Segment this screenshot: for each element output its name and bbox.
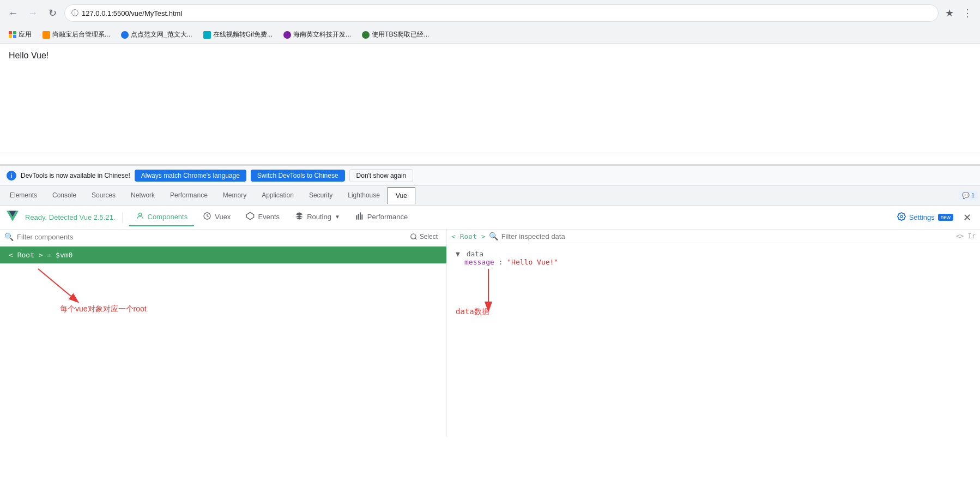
- page-area: Hello Vue!: [0, 44, 980, 164]
- select-icon: [410, 233, 418, 240]
- svg-point-2: [138, 213, 141, 216]
- annotation-area-right: data数据: [456, 266, 971, 332]
- svg-rect-7: [360, 212, 361, 219]
- right-annotation-text: data数据: [456, 307, 489, 317]
- bookmark-4[interactable]: 海南英立科技开发...: [279, 29, 355, 40]
- settings-icon: [897, 212, 906, 223]
- page-title: Hello Vue!: [9, 51, 49, 60]
- svg-rect-6: [358, 214, 359, 220]
- svg-line-11: [415, 238, 416, 240]
- bookmarks-bar: 应用 尚融宝后台管理系... 点点范文网_范文大... 在线视频转Gif免费..…: [0, 26, 980, 44]
- root-component-item[interactable]: < Root > = $vm0: [0, 246, 446, 263]
- component-search-bar: 🔍 Select: [0, 230, 446, 244]
- switch-chinese-button[interactable]: Switch DevTools to Chinese: [251, 170, 345, 182]
- nav-routing-label: Routing: [307, 213, 331, 221]
- property-colon: :: [499, 258, 507, 266]
- bookmark-apps-label: 应用: [19, 30, 32, 39]
- back-button[interactable]: ←: [5, 5, 21, 21]
- performance-icon: [355, 212, 364, 222]
- vue-ready-text: Ready. Detected Vue 2.5.21.: [25, 213, 116, 221]
- bookmark-label-1: 尚融宝后台管理系...: [52, 30, 110, 39]
- nav-performance[interactable]: Performance: [349, 208, 414, 226]
- nav-events-label: Events: [258, 213, 280, 221]
- chat-badge: 💬 1: [959, 191, 978, 200]
- security-icon: ⓘ: [71, 8, 78, 18]
- routing-icon: [295, 212, 304, 222]
- bookmark-apps[interactable]: 应用: [4, 29, 36, 40]
- right-search-input[interactable]: [501, 232, 953, 240]
- bookmark-5[interactable]: 使用TBS爬取已经...: [358, 29, 433, 40]
- tab-network[interactable]: Network: [123, 187, 162, 205]
- bookmark-icon-3: [203, 31, 211, 39]
- property-key: message: [464, 258, 494, 266]
- tab-security[interactable]: Security: [301, 187, 340, 205]
- tab-memory[interactable]: Memory: [215, 187, 254, 205]
- vue-right-panel: < Root > 🔍 <> Ir ▼ data message : "Hello…: [447, 230, 980, 437]
- data-key: data: [467, 250, 483, 258]
- bookmark-label-3: 在线视频转Gif免费...: [213, 30, 273, 39]
- components-icon: [136, 212, 144, 222]
- vuex-icon: [203, 212, 211, 222]
- nav-vuex-label: Vuex: [215, 213, 231, 221]
- devtools-container: i DevTools is now available in Chinese! …: [0, 164, 980, 437]
- events-icon: [246, 212, 255, 222]
- vue-logo: [7, 210, 19, 225]
- bookmark-1[interactable]: 尚融宝后台管理系...: [38, 29, 114, 40]
- routing-dropdown-icon: ▼: [335, 214, 340, 220]
- nav-components[interactable]: Components: [129, 208, 195, 226]
- code-icon: <> Ir: [956, 232, 976, 240]
- close-devtools-button[interactable]: ✕: [961, 209, 973, 226]
- apps-icon: [9, 31, 16, 39]
- select-button[interactable]: Select: [406, 232, 442, 242]
- property-value: "Hello Vue!": [507, 258, 558, 266]
- nav-events[interactable]: Events: [239, 208, 286, 226]
- bookmark-button[interactable]: ★: [943, 5, 956, 21]
- toolbar-separator: [122, 212, 123, 223]
- info-icon: i: [7, 171, 16, 181]
- tab-elements[interactable]: Elements: [2, 187, 45, 205]
- tab-lighthouse[interactable]: Lighthouse: [340, 187, 388, 205]
- bookmark-icon-1: [43, 31, 50, 39]
- devtools-tabs: Elements Console Sources Network Perform…: [0, 186, 980, 206]
- svg-point-9: [900, 215, 903, 218]
- annotation-area-left: 每个vue对象对应一个root: [0, 263, 446, 329]
- bookmark-3[interactable]: 在线视频转Gif免费...: [199, 29, 277, 40]
- bookmark-icon-4: [283, 31, 291, 39]
- search-input[interactable]: [17, 233, 402, 241]
- devtools-notification: i DevTools is now available in Chinese! …: [0, 165, 980, 186]
- data-section: ▼ data: [456, 250, 971, 258]
- bookmark-label-2: 点点范文网_范文大...: [131, 30, 192, 39]
- left-annotation-text: 每个vue对象对应一个root: [60, 304, 147, 314]
- settings-label: Settings: [909, 213, 935, 221]
- menu-button[interactable]: ⋮: [960, 5, 975, 21]
- right-panel-header: < Root > 🔍 <> Ir: [447, 230, 980, 243]
- tab-sources[interactable]: Sources: [84, 187, 123, 205]
- url-display: 127.0.0.1:5500/vue/MyTest.html: [82, 9, 931, 17]
- vue-left-panel: 🔍 Select < Root > = $vm0: [0, 230, 447, 437]
- svg-point-10: [410, 234, 415, 239]
- expand-triangle[interactable]: ▼: [456, 250, 460, 258]
- nav-routing[interactable]: Routing ▼: [288, 208, 347, 226]
- settings-badge: new: [938, 214, 953, 221]
- reload-button[interactable]: ↻: [45, 5, 60, 21]
- settings-button[interactable]: Settings new: [892, 210, 959, 225]
- tab-performance[interactable]: Performance: [162, 187, 215, 205]
- nav-vuex[interactable]: Vuex: [196, 208, 237, 226]
- vue-toolbar: Ready. Detected Vue 2.5.21. Components V…: [0, 206, 980, 230]
- search-icon: 🔍: [4, 232, 14, 241]
- tab-application[interactable]: Application: [254, 187, 301, 205]
- right-search-icon[interactable]: 🔍: [489, 232, 498, 240]
- component-list: < Root > = $vm0 每个vue对象对应一个root: [0, 244, 446, 437]
- vue-devtools-main: 🔍 Select < Root > = $vm0: [0, 230, 980, 437]
- dont-show-button[interactable]: Don't show again: [349, 169, 414, 182]
- tab-vue[interactable]: Vue: [388, 187, 415, 204]
- match-language-button[interactable]: Always match Chrome's language: [135, 170, 246, 182]
- tab-console[interactable]: Console: [45, 187, 84, 205]
- nav-performance-label: Performance: [367, 213, 408, 221]
- select-label: Select: [420, 233, 438, 240]
- bookmark-label-5: 使用TBS爬取已经...: [372, 30, 429, 39]
- forward-button[interactable]: →: [25, 5, 40, 21]
- svg-rect-5: [356, 215, 357, 220]
- bookmark-2[interactable]: 点点范文网_范文大...: [117, 29, 197, 40]
- page-content: Hello Vue!: [0, 44, 980, 153]
